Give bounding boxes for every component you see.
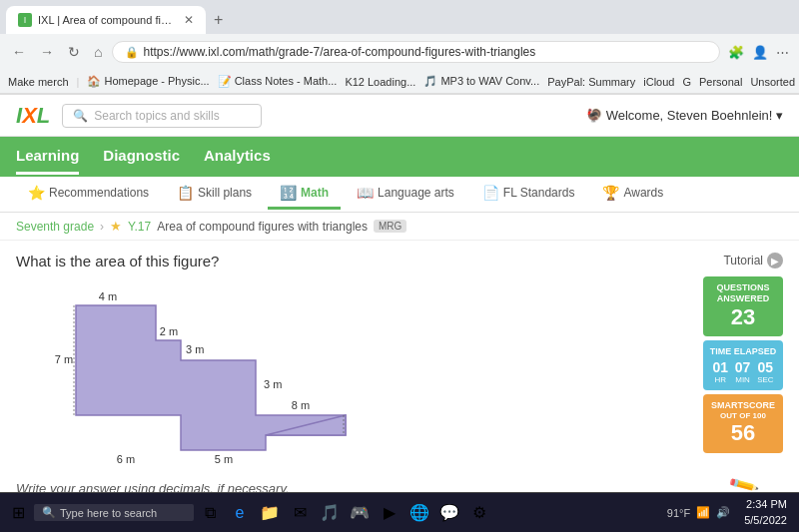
welcome-text: 🦃 Welcome, Steven Boehnlein! ▾ bbox=[586, 108, 783, 123]
extensions-button[interactable]: 🧩 bbox=[726, 43, 746, 62]
subnav-math[interactable]: 🔢 Math bbox=[268, 179, 341, 210]
nav-diagnostic[interactable]: Diagnostic bbox=[103, 139, 180, 175]
logo-l: L bbox=[37, 103, 50, 129]
taskbar-time-display: 2:34 PM bbox=[744, 497, 787, 512]
search-bar[interactable]: 🔍 Search topics and skills bbox=[62, 104, 262, 128]
svg-text:3 m: 3 m bbox=[215, 468, 233, 470]
task-view-button[interactable]: ⧉ bbox=[196, 499, 224, 527]
bookmark-icloud[interactable]: iCloud bbox=[643, 76, 674, 88]
url-bar[interactable]: 🔒 https://www.ixl.com/math/grade-7/area-… bbox=[112, 41, 720, 63]
subnav-language-arts[interactable]: 📖 Language arts bbox=[345, 179, 466, 210]
svg-text:2 m: 2 m bbox=[160, 325, 178, 337]
taskbar: ⊞ 🔍 Type here to search ⧉ e 📁 ✉ 🎵 🎮 ▶ 🌐 … bbox=[0, 492, 799, 532]
reload-button[interactable]: ↻ bbox=[64, 42, 84, 62]
taskbar-search-text: Type here to search bbox=[60, 507, 157, 519]
bookmark-k12[interactable]: K12 Loading... bbox=[345, 76, 415, 88]
figure-area: 4 m 2 m 3 m 7 m 3 m 8 m 2 m 6 m 5 m 3 m bbox=[36, 285, 356, 465]
active-tab[interactable]: I IXL | Area of compound figures ... ✕ bbox=[6, 6, 206, 34]
question-text: What is the area of this figure? bbox=[16, 253, 687, 269]
search-icon: 🔍 bbox=[73, 109, 88, 123]
taskbar-search[interactable]: 🔍 Type here to search bbox=[34, 504, 194, 521]
bookmark-google[interactable]: G bbox=[682, 76, 691, 88]
mrg-badge: MRG bbox=[374, 220, 406, 233]
profile-button[interactable]: 👤 bbox=[750, 43, 770, 62]
svg-text:7 m: 7 m bbox=[55, 353, 73, 365]
ixl-logo[interactable]: I X L bbox=[16, 103, 50, 129]
smartscore-sublabel: out of 100 bbox=[709, 411, 777, 421]
breadcrumb: Seventh grade › ★ Y.17 Area of compound … bbox=[0, 213, 799, 241]
language-arts-icon: 📖 bbox=[357, 185, 374, 201]
hr-label: HR bbox=[712, 375, 728, 384]
spotify-icon[interactable]: 🎵 bbox=[316, 499, 344, 527]
breadcrumb-grade[interactable]: Seventh grade bbox=[16, 220, 94, 234]
smartscore-label: SmartScore out of 100 bbox=[709, 400, 777, 420]
app1-icon[interactable]: ▶ bbox=[376, 499, 403, 527]
sub-nav: ⭐ Recommendations 📋 Skill plans 🔢 Math 📖… bbox=[0, 177, 799, 213]
tutorial-label: Tutorial bbox=[723, 254, 763, 267]
home-button[interactable]: ⌂ bbox=[90, 42, 106, 62]
mail-icon[interactable]: ✉ bbox=[286, 499, 314, 527]
smartscore-box: SmartScore out of 100 56 bbox=[703, 394, 783, 453]
svg-text:6 m: 6 m bbox=[117, 453, 135, 465]
questions-answered-value: 23 bbox=[709, 304, 777, 330]
recommendations-icon: ⭐ bbox=[28, 185, 45, 201]
bookmark-paypal[interactable]: PayPal: Summary bbox=[547, 76, 635, 88]
breadcrumb-skill-name: Area of compound figures with triangles bbox=[157, 220, 368, 234]
smartscore-value: 56 bbox=[709, 420, 777, 446]
taskbar-date-display: 5/5/2022 bbox=[744, 513, 787, 528]
tutorial-icon[interactable]: ▶ bbox=[767, 253, 783, 268]
svg-text:4 m: 4 m bbox=[99, 290, 117, 302]
nav-analytics[interactable]: Analytics bbox=[204, 139, 271, 175]
subnav-fl-standards[interactable]: 📄 FL Standards bbox=[470, 179, 587, 210]
time-sec-unit: 05 SEC bbox=[757, 359, 773, 384]
url-text: https://www.ixl.com/math/grade-7/area-of… bbox=[143, 45, 707, 59]
fl-standards-icon: 📄 bbox=[482, 185, 499, 201]
browser-chrome: I IXL | Area of compound figures ... ✕ +… bbox=[0, 0, 799, 95]
chrome-icon[interactable]: 🌐 bbox=[405, 499, 433, 527]
math-icon: 🔢 bbox=[280, 185, 297, 201]
time-min-unit: 07 MIN bbox=[735, 359, 751, 384]
figure-svg: 4 m 2 m 3 m 7 m 3 m 8 m 2 m 6 m 5 m 3 m bbox=[36, 285, 356, 470]
new-tab-button[interactable]: + bbox=[206, 11, 231, 29]
network-icon: 📶 bbox=[696, 506, 710, 519]
back-button[interactable]: ← bbox=[8, 42, 30, 62]
tab-bar: I IXL | Area of compound figures ... ✕ + bbox=[0, 0, 799, 34]
tutorial-row: Tutorial ▶ bbox=[703, 253, 783, 268]
ixl-header: I X L 🔍 Search topics and skills 🦃 Welco… bbox=[0, 95, 799, 137]
bookmarks-bar: Make merch | 🏠 Homepage - Physic... 📝 Cl… bbox=[0, 70, 799, 94]
search-placeholder: Search topics and skills bbox=[94, 109, 219, 123]
breadcrumb-skill-code: Y.17 bbox=[128, 220, 151, 234]
subnav-recommendations[interactable]: ⭐ Recommendations bbox=[16, 179, 161, 210]
questions-answered-box: Questions answered 23 bbox=[703, 276, 783, 336]
questions-answered-label: Questions answered bbox=[709, 282, 777, 304]
steam-icon[interactable]: 🎮 bbox=[346, 499, 374, 527]
bookmark-mp3[interactable]: 🎵 MP3 to WAV Conv... bbox=[423, 75, 539, 88]
bookmark-make-merch[interactable]: Make merch bbox=[8, 76, 69, 88]
subnav-skill-plans[interactable]: 📋 Skill plans bbox=[165, 179, 264, 210]
forward-button[interactable]: → bbox=[36, 42, 58, 62]
subnav-awards[interactable]: 🏆 Awards bbox=[590, 179, 675, 210]
main-content: What is the area of this figure? 4 m 2 m… bbox=[16, 253, 687, 532]
svg-text:8 m: 8 m bbox=[292, 399, 310, 411]
tab-favicon: I bbox=[18, 13, 32, 27]
bookmark-personal[interactable]: Personal bbox=[699, 76, 742, 88]
time-hr-value: 01 bbox=[712, 359, 728, 375]
teams-icon[interactable]: 💬 bbox=[435, 499, 463, 527]
bookmark-unsorted[interactable]: Unsorted bbox=[750, 76, 795, 88]
tab-title: IXL | Area of compound figures ... bbox=[38, 14, 178, 26]
breadcrumb-star-icon: ★ bbox=[110, 219, 122, 234]
svg-text:3 m: 3 m bbox=[186, 343, 204, 355]
time-elapsed-label: Time elapsed bbox=[709, 346, 777, 357]
time-elapsed-box: Time elapsed 01 HR 07 MIN 05 SEC bbox=[703, 340, 783, 390]
settings-icon[interactable]: ⚙ bbox=[465, 499, 493, 527]
content-area: What is the area of this figure? 4 m 2 m… bbox=[0, 241, 799, 532]
edge-icon[interactable]: e bbox=[226, 499, 254, 527]
bookmark-class-notes[interactable]: 📝 Class Notes - Math... bbox=[218, 75, 338, 88]
tab-close-button[interactable]: ✕ bbox=[184, 13, 194, 27]
nav-learning[interactable]: Learning bbox=[16, 139, 79, 175]
volume-icon: 🔊 bbox=[716, 506, 730, 519]
bookmark-homepage[interactable]: 🏠 Homepage - Physic... bbox=[87, 75, 209, 88]
start-button[interactable]: ⊞ bbox=[4, 499, 32, 527]
menu-button[interactable]: ⋯ bbox=[774, 43, 791, 62]
file-explorer-icon[interactable]: 📁 bbox=[256, 499, 284, 527]
